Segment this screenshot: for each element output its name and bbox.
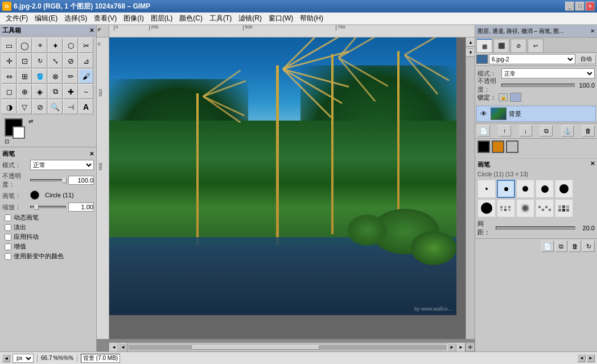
brush-delete-button[interactable]: 🗑 [569, 241, 581, 252]
tool-color-picker[interactable]: ⊘ [32, 100, 47, 114]
brush-new-button[interactable]: 📄 [541, 241, 554, 252]
scroll-thumb-vertical[interactable] [467, 48, 474, 49]
auto-button[interactable]: 自动 [577, 54, 596, 64]
tool-perspective[interactable]: ⊿ [79, 53, 93, 68]
tool-blend[interactable]: ⊗ [48, 69, 63, 84]
duplicate-layer-button[interactable]: ⧉ [540, 125, 553, 136]
status-expand-button[interactable]: ◄ [2, 354, 10, 362]
tool-paintbrush[interactable]: 🖌 [79, 69, 93, 84]
brush-panel-collapse-icon[interactable]: ✕ [590, 160, 595, 169]
toolbox-close-icon[interactable]: ✕ [89, 27, 94, 34]
canvas-image[interactable]: by www.wallco... [109, 38, 456, 315]
brush-color-gray[interactable] [506, 140, 518, 153]
gradient-color-checkbox[interactable] [5, 253, 11, 260]
menu-file[interactable]: 文件(F) [2, 13, 31, 24]
layer-mode-select[interactable]: 正常 [501, 68, 595, 78]
opacity-slider[interactable] [30, 179, 66, 181]
new-layer-button[interactable]: 📄 [477, 125, 490, 136]
brush-preview-dot[interactable] [30, 191, 39, 200]
scale-slider[interactable] [30, 206, 66, 208]
menu-image[interactable]: 图像(I) [120, 13, 147, 24]
canvas-wrapper[interactable]: by www.wallco... [109, 38, 466, 339]
close-button[interactable]: ✕ [586, 2, 595, 11]
menu-edit[interactable]: 编辑(E) [31, 13, 61, 24]
menu-filters[interactable]: 滤镜(R) [235, 13, 265, 24]
tool-desaturate[interactable]: ▽ [17, 100, 32, 114]
fade-checkbox[interactable] [5, 224, 11, 231]
image-dropdown[interactable]: 6.jpg-2 [489, 54, 575, 64]
tool-fuzzy-select[interactable]: ✦ [48, 38, 63, 53]
tab-channels[interactable]: ⬛ [493, 39, 509, 52]
delete-layer-button[interactable]: 🗑 [582, 125, 595, 136]
horizontal-scrollbar[interactable]: ◄ ◄ ► ► [109, 342, 466, 351]
brush-color-orange[interactable] [492, 140, 504, 153]
anchor-layer-button[interactable]: ⚓ [561, 125, 574, 136]
brush-item-3[interactable] [516, 180, 534, 198]
brush-item-9[interactable] [536, 199, 554, 217]
scroll-right-button[interactable]: ► [456, 343, 466, 352]
tool-heal[interactable]: ✚ [63, 84, 78, 99]
brush-item-5[interactable] [555, 180, 573, 198]
tool-smudge[interactable]: ~ [79, 84, 93, 99]
menu-select[interactable]: 选择(S) [61, 13, 90, 24]
maximize-button[interactable]: □ [575, 2, 584, 11]
tool-ink[interactable]: ◈ [32, 84, 47, 99]
menu-help[interactable]: 帮助(H) [297, 13, 327, 24]
scroll-thumb-horizontal[interactable] [192, 345, 319, 350]
brush-color-black[interactable] [477, 140, 490, 153]
tool-ellipse-select[interactable]: ◯ [17, 38, 32, 53]
brush-item-2[interactable] [497, 180, 515, 198]
tool-color-select[interactable]: ⬡ [63, 38, 78, 53]
tool-measure[interactable]: ⊣ [63, 100, 78, 114]
tool-eraser[interactable]: ◻ [2, 84, 17, 99]
brush-item-6[interactable] [477, 199, 496, 217]
brush-item-7[interactable] [497, 199, 515, 217]
tool-flip[interactable]: ⇔ [2, 69, 17, 84]
tool-rect-select[interactable]: ▭ [2, 38, 17, 53]
status-nav-right[interactable]: ► [587, 354, 595, 362]
tool-scissors[interactable]: ✂ [79, 38, 93, 53]
minimize-button[interactable]: _ [565, 2, 574, 11]
swap-colors-icon[interactable]: ⇌ [28, 118, 33, 125]
brush-duplicate-button[interactable]: ⧉ [555, 241, 567, 252]
unit-select[interactable]: px [13, 354, 34, 363]
opacity-value[interactable] [68, 176, 94, 185]
options-collapse-icon[interactable]: ✕ [89, 151, 94, 157]
scroll-left-button[interactable]: ◄ [109, 343, 118, 352]
scroll-up-button[interactable]: ▲ [466, 38, 475, 47]
brush-item-1[interactable] [477, 180, 496, 198]
tool-rotate[interactable]: ↻ [32, 53, 47, 68]
tool-dodge-burn[interactable]: ◑ [2, 100, 17, 114]
tab-layers[interactable]: ▦ [476, 39, 492, 52]
tool-clone[interactable]: ⧉ [48, 84, 63, 99]
expand-arrow-corner[interactable]: ✛ [466, 342, 475, 351]
brush-item-4[interactable] [536, 180, 554, 198]
menu-view[interactable]: 查看(V) [90, 13, 120, 24]
tool-move[interactable]: ✛ [2, 53, 17, 68]
menu-tools[interactable]: 工具(T) [206, 13, 235, 24]
background-color[interactable] [13, 126, 25, 139]
tab-undo[interactable]: ↩ [528, 39, 544, 52]
tool-align[interactable]: ⊞ [17, 69, 32, 84]
layer-opacity-slider[interactable] [501, 84, 575, 87]
scroll-down-button[interactable]: ▼ [466, 48, 475, 57]
brush-refresh-button[interactable]: ↻ [582, 241, 595, 252]
scroll-expand-left[interactable]: ◄ [118, 343, 127, 352]
tool-airbrush[interactable]: ⊕ [17, 84, 32, 99]
brush-item-10[interactable] [555, 199, 573, 217]
spacing-slider[interactable] [496, 226, 575, 230]
vertical-scrollbar[interactable]: ▲ ▼ [466, 38, 475, 339]
raise-layer-button[interactable]: ↑ [499, 125, 511, 136]
layer-item-background[interactable]: 👁 背景 [476, 106, 596, 122]
tool-pencil[interactable]: ✏ [63, 69, 78, 84]
status-nav-left[interactable]: ◄ [578, 354, 586, 362]
tool-text[interactable]: A [79, 100, 93, 114]
scale-value[interactable] [68, 202, 94, 212]
menu-windows[interactable]: 窗口(W) [265, 13, 297, 24]
tab-paths[interactable]: ⊘ [510, 39, 526, 52]
lock-pixels-button[interactable]: 🔒 [499, 93, 508, 101]
tool-free-select[interactable]: ⌖ [32, 38, 47, 53]
tool-scale[interactable]: ⤡ [48, 53, 63, 68]
dynamic-brush-checkbox[interactable] [5, 214, 11, 221]
mode-select[interactable]: 正常 [30, 160, 94, 170]
